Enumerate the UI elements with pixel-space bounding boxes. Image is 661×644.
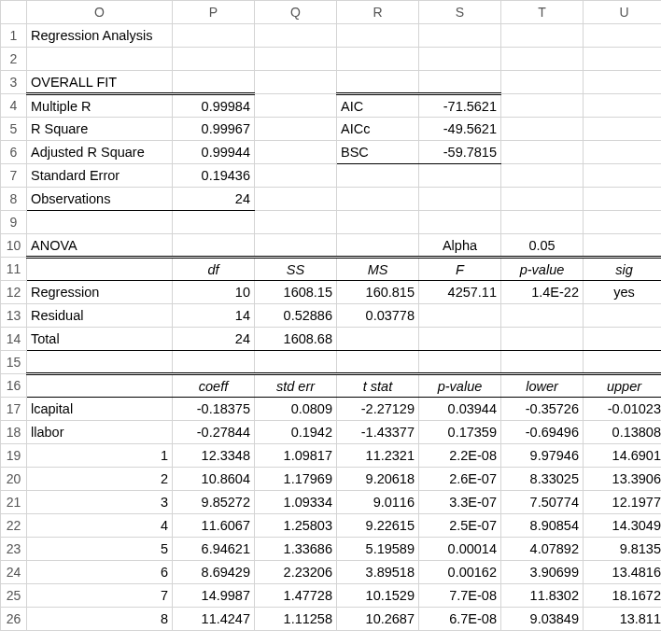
- cell[interactable]: [501, 351, 584, 374]
- row-header[interactable]: 20: [1, 468, 27, 491]
- cell[interactable]: 14: [173, 304, 255, 328]
- cell[interactable]: 0.13808: [584, 421, 662, 444]
- cell[interactable]: 2.6E-07: [419, 468, 501, 491]
- cell[interactable]: [584, 71, 662, 94]
- cell[interactable]: 9.0116: [337, 491, 419, 514]
- cell[interactable]: 8.90854: [501, 514, 584, 538]
- cell[interactable]: [584, 351, 662, 374]
- row-header[interactable]: 17: [1, 398, 27, 421]
- cell[interactable]: [27, 211, 173, 234]
- cell[interactable]: [501, 118, 584, 141]
- cell[interactable]: 7: [27, 584, 173, 608]
- cell[interactable]: 11.4247: [173, 608, 255, 631]
- cell[interactable]: 7.50774: [501, 491, 584, 514]
- cell[interactable]: [584, 211, 662, 234]
- cell[interactable]: 9.03849: [501, 608, 584, 631]
- row-header[interactable]: 12: [1, 281, 27, 304]
- cell-title[interactable]: Regression Analysis: [27, 24, 173, 48]
- cell[interactable]: 8.33025: [501, 468, 584, 491]
- row-header[interactable]: 14: [1, 328, 27, 351]
- cell[interactable]: 0.00162: [419, 561, 501, 584]
- cell[interactable]: [419, 164, 501, 188]
- cell[interactable]: 1.11258: [255, 608, 337, 631]
- cell[interactable]: [255, 351, 337, 374]
- cell[interactable]: 0.0809: [255, 398, 337, 421]
- cell[interactable]: 1.17969: [255, 468, 337, 491]
- row-header[interactable]: 2: [1, 48, 27, 71]
- row-header[interactable]: 9: [1, 211, 27, 234]
- cell[interactable]: 12.3348: [173, 444, 255, 468]
- row-header[interactable]: 15: [1, 351, 27, 374]
- cell[interactable]: [419, 48, 501, 71]
- cell[interactable]: [173, 24, 255, 48]
- cell[interactable]: 1.25803: [255, 514, 337, 538]
- cell[interactable]: lower: [501, 374, 584, 398]
- cell[interactable]: [255, 141, 337, 164]
- cell[interactable]: lcapital: [27, 398, 173, 421]
- cell[interactable]: 9.20618: [337, 468, 419, 491]
- col-header[interactable]: U: [584, 1, 662, 24]
- cell[interactable]: [584, 94, 662, 118]
- cell[interactable]: 1.09334: [255, 491, 337, 514]
- cell[interactable]: 9.97946: [501, 444, 584, 468]
- cell[interactable]: -0.01023: [584, 398, 662, 421]
- cell[interactable]: [255, 118, 337, 141]
- row-header[interactable]: 11: [1, 258, 27, 281]
- row-header[interactable]: 13: [1, 304, 27, 328]
- cell[interactable]: Multiple R: [27, 94, 173, 118]
- cell[interactable]: 12.1977: [584, 491, 662, 514]
- cell[interactable]: [337, 234, 419, 258]
- cell[interactable]: 6: [27, 561, 173, 584]
- cell[interactable]: 3.89518: [337, 561, 419, 584]
- cell[interactable]: [173, 48, 255, 71]
- cell[interactable]: [27, 374, 173, 398]
- row-header[interactable]: 19: [1, 444, 27, 468]
- cell[interactable]: MS: [337, 258, 419, 281]
- cell[interactable]: [419, 328, 501, 351]
- cell[interactable]: 2.23206: [255, 561, 337, 584]
- cell[interactable]: [337, 164, 419, 188]
- row-header[interactable]: 1: [1, 24, 27, 48]
- cell[interactable]: [255, 211, 337, 234]
- cell[interactable]: 6.94621: [173, 538, 255, 561]
- cell[interactable]: SS: [255, 258, 337, 281]
- row-header[interactable]: 7: [1, 164, 27, 188]
- cell[interactable]: -0.27844: [173, 421, 255, 444]
- cell[interactable]: 9.22615: [337, 514, 419, 538]
- cell[interactable]: Total: [27, 328, 173, 351]
- cell[interactable]: 10.1529: [337, 584, 419, 608]
- cell[interactable]: -59.7815: [419, 141, 501, 164]
- cell[interactable]: 2.2E-08: [419, 444, 501, 468]
- cell[interactable]: [337, 211, 419, 234]
- cell[interactable]: 0.1942: [255, 421, 337, 444]
- cell[interactable]: 1.4E-22: [501, 281, 584, 304]
- row-header[interactable]: 25: [1, 584, 27, 608]
- cell[interactable]: Alpha: [419, 234, 501, 258]
- cell[interactable]: -0.69496: [501, 421, 584, 444]
- cell[interactable]: sig: [584, 258, 662, 281]
- cell[interactable]: [501, 164, 584, 188]
- row-header[interactable]: 5: [1, 118, 27, 141]
- cell[interactable]: Observations: [27, 188, 173, 211]
- cell[interactable]: [501, 304, 584, 328]
- cell[interactable]: -0.18375: [173, 398, 255, 421]
- row-header[interactable]: 6: [1, 141, 27, 164]
- cell-anova-label[interactable]: ANOVA: [27, 234, 173, 258]
- col-header[interactable]: T: [501, 1, 584, 24]
- cell[interactable]: 1: [27, 444, 173, 468]
- cell[interactable]: Adjusted R Square: [27, 141, 173, 164]
- cell[interactable]: coeff: [173, 374, 255, 398]
- cell[interactable]: 3.3E-07: [419, 491, 501, 514]
- cell[interactable]: p-value: [501, 258, 584, 281]
- cell[interactable]: [337, 188, 419, 211]
- cell[interactable]: 1.33686: [255, 538, 337, 561]
- cell[interactable]: 4257.11: [419, 281, 501, 304]
- cell[interactable]: [173, 211, 255, 234]
- cell[interactable]: [255, 94, 337, 118]
- cell[interactable]: [337, 351, 419, 374]
- row-header[interactable]: 3: [1, 71, 27, 94]
- cell[interactable]: [255, 71, 337, 94]
- cell[interactable]: R Square: [27, 118, 173, 141]
- cell[interactable]: 13.811: [584, 608, 662, 631]
- cell[interactable]: [419, 211, 501, 234]
